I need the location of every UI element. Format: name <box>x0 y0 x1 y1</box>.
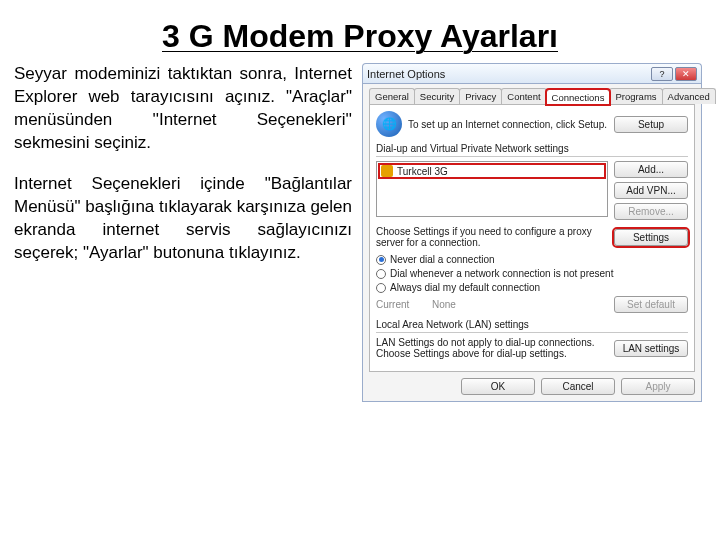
paragraph-2: Internet Seçenekleri içinde "Bağlantılar… <box>14 173 352 265</box>
tab-programs[interactable]: Programs <box>609 88 662 104</box>
tab-security[interactable]: Security <box>414 88 460 104</box>
ok-button[interactable]: OK <box>461 378 535 395</box>
current-value: None <box>432 299 608 310</box>
remove-button[interactable]: Remove... <box>614 203 688 220</box>
dialog-title: Internet Options <box>367 68 649 80</box>
add-vpn-button[interactable]: Add VPN... <box>614 182 688 199</box>
lan-text: LAN Settings do not apply to dial-up con… <box>376 337 608 359</box>
group-lan-title: Local Area Network (LAN) settings <box>376 319 688 330</box>
tab-content[interactable]: Content <box>501 88 546 104</box>
paragraph-1: Seyyar modeminizi taktıktan sonra, Inter… <box>14 63 352 155</box>
radio-never-dial[interactable]: Never dial a connection <box>376 254 688 265</box>
tab-general[interactable]: General <box>369 88 415 104</box>
setup-button[interactable]: Setup <box>614 116 688 133</box>
internet-options-dialog: Internet Options ? ✕ General Security Pr… <box>362 63 702 402</box>
set-default-button[interactable]: Set default <box>614 296 688 313</box>
cancel-button[interactable]: Cancel <box>541 378 615 395</box>
setup-text: To set up an Internet connection, click … <box>408 119 608 130</box>
current-label: Current <box>376 299 426 310</box>
radio-whenever-label: Dial whenever a network connection is no… <box>390 268 613 279</box>
instructions-column: Seyyar modeminizi taktıktan sonra, Inter… <box>14 63 352 402</box>
settings-button[interactable]: Settings <box>614 229 688 246</box>
close-button[interactable]: ✕ <box>675 67 697 81</box>
dialog-titlebar: Internet Options ? ✕ <box>362 63 702 83</box>
radio-always-label: Always dial my default connection <box>390 282 540 293</box>
connections-list[interactable]: Turkcell 3G <box>376 161 608 217</box>
connection-icon <box>381 165 393 177</box>
tab-connections[interactable]: Connections <box>546 89 611 105</box>
radio-icon <box>376 269 386 279</box>
tab-advanced[interactable]: Advanced <box>662 88 716 104</box>
radio-always-dial[interactable]: Always dial my default connection <box>376 282 688 293</box>
lan-settings-button[interactable]: LAN settings <box>614 340 688 357</box>
radio-icon <box>376 283 386 293</box>
apply-button[interactable]: Apply <box>621 378 695 395</box>
globe-icon: 🌐 <box>376 111 402 137</box>
radio-icon <box>376 255 386 265</box>
group-dialup-title: Dial-up and Virtual Private Network sett… <box>376 143 688 154</box>
page-title: 3 G Modem Proxy Ayarları <box>0 0 720 63</box>
help-button[interactable]: ? <box>651 67 673 81</box>
tab-strip: General Security Privacy Content Connect… <box>369 88 695 105</box>
choose-settings-text: Choose Settings if you need to configure… <box>376 226 608 248</box>
tab-privacy[interactable]: Privacy <box>459 88 502 104</box>
radio-never-label: Never dial a connection <box>390 254 495 265</box>
add-button[interactable]: Add... <box>614 161 688 178</box>
radio-dial-whenever[interactable]: Dial whenever a network connection is no… <box>376 268 688 279</box>
connection-turkcell-3g[interactable]: Turkcell 3G <box>379 164 605 178</box>
connection-label: Turkcell 3G <box>397 166 448 177</box>
